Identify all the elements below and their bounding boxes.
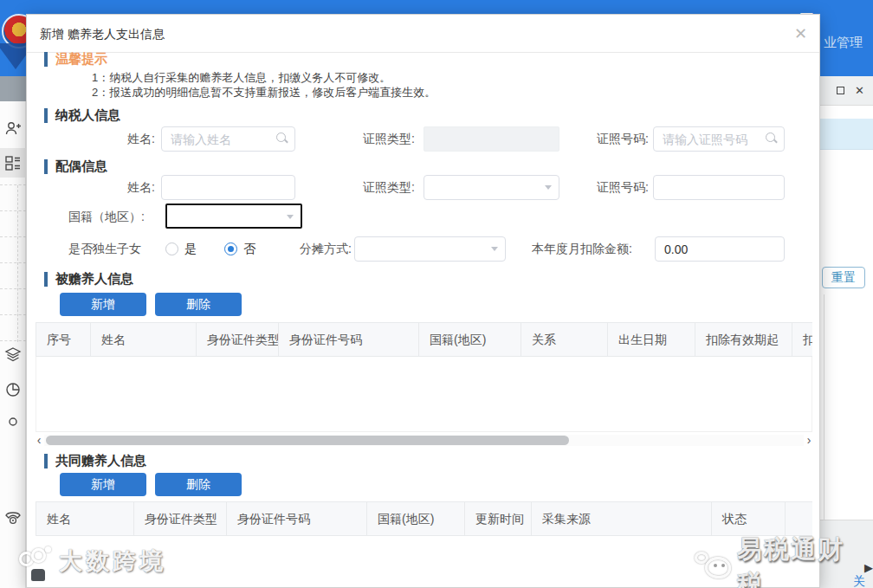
screen: — ✕ [0,0,873,588]
col-name[interactable]: 姓名 [91,323,197,356]
spouse-cert-no-label: 证照号码: [546,175,649,200]
person-add-icon[interactable] [0,120,26,138]
chevron-down-icon [491,247,498,251]
dependents-table: 序号 姓名 身份证件类型 身份证件号码 国籍(地区) 关系 出生日期 扣除有效期… [36,322,812,432]
col-relation[interactable]: 关系 [521,323,608,356]
panel-divider [824,294,824,520]
section-taxpayer: 纳税人信息 [44,107,120,124]
taxpayer-name-input[interactable] [161,126,295,152]
scroll-right-icon[interactable]: › [804,434,814,447]
menu-management-label[interactable]: 业管理 [824,35,863,51]
dependents-table-body [36,357,812,432]
col-deduct-end[interactable]: 扣除有效期止 [792,323,812,356]
inner-maximize-icon[interactable] [837,87,844,94]
col-id-number[interactable]: 身份证件号码 [227,502,367,535]
share-method-label: 分摊方式: [300,236,360,262]
left-sidebar [0,0,26,588]
section-bar [44,272,48,287]
radio-yes-label[interactable]: 是 [184,242,197,255]
col-id-type[interactable]: 身份证件类型 [197,323,279,356]
right-panel: 业管理 ✕ 重置 关于 [820,0,873,588]
col-status[interactable]: 状态 [712,502,786,535]
inner-window-controls: ✕ [820,76,873,106]
section-spouse: 配偶信息 [44,158,107,175]
background-highlight-row [820,119,873,150]
sidebar-logo-area [0,0,26,76]
chevron-down-icon [287,215,294,219]
dialog-header: 新增 赡养老人支出信息 ✕ [27,15,819,53]
co-supporters-header: 共同赡养人信息 [55,453,146,469]
dialog-add-elderly-support: 新增 赡养老人支出信息 ✕ 温馨提示 1：纳税人自行采集的赡养老人信息，扣缴义务… [26,14,820,588]
co-supporters-delete-button[interactable]: 删除 [155,473,242,496]
right-bottom-bar: 关于 [820,520,873,588]
scroll-left-icon[interactable]: ‹ [34,434,44,447]
nationality-select[interactable] [165,204,302,229]
co-supporters-add-button[interactable]: 新增 [60,473,146,496]
nationality-label: 国籍（地区）: [68,204,164,229]
about-link[interactable]: 关于 [853,574,873,588]
section-tips: 温馨提示 [44,51,107,68]
spouse-name-input[interactable] [161,175,295,200]
spouse-cert-type-label: 证照类型: [313,175,415,200]
sidebar-body [0,101,26,588]
spouse-header: 配偶信息 [55,158,107,175]
pie-chart-icon[interactable] [0,381,26,398]
dot-icon[interactable] [0,416,26,428]
col-id-type[interactable]: 身份证件类型 [134,502,227,535]
sidebar-gray-strip [0,76,26,101]
scrollbar-track[interactable] [44,435,804,446]
section-bar [44,159,48,174]
col-birthdate[interactable]: 出生日期 [608,323,695,356]
dependents-header: 被赡养人信息 [55,271,133,288]
menu-grid-icon[interactable] [0,154,26,171]
search-icon[interactable] [276,132,288,145]
monthly-deduction-input[interactable] [655,236,785,262]
dialog-title: 新增 赡养老人支出信息 [40,27,165,42]
dialog-close-icon[interactable]: ✕ [794,24,807,43]
radio-no-label[interactable]: 否 [243,242,255,255]
search-icon[interactable] [766,132,778,145]
co-supporters-table: 姓名 身份证件类型 身份证件号码 国籍(地区) 更新时间 采集来源 状态 [36,501,812,536]
share-method-select[interactable] [354,236,506,262]
dependents-delete-button[interactable]: 删除 [155,293,242,316]
col-source[interactable]: 采集来源 [532,502,712,535]
section-dependents: 被赡养人信息 [44,271,133,288]
section-bar [44,52,48,67]
tips-header: 温馨提示 [55,51,107,68]
section-bar [44,454,48,468]
spouse-cert-type-select[interactable] [424,175,559,200]
col-deduct-start[interactable]: 扣除有效期起 [695,323,792,356]
col-seq[interactable]: 序号 [36,323,91,356]
calendar-grid [0,184,26,342]
col-update-time[interactable]: 更新时间 [465,502,532,535]
co-supporters-table-header: 姓名 身份证件类型 身份证件号码 国籍(地区) 更新时间 采集来源 状态 [36,501,812,536]
taxpayer-cert-no-label: 证照号码: [546,126,649,152]
taxpayer-cert-type-label: 证照类型: [313,126,415,152]
section-co-supporters: 共同赡养人信息 [44,453,146,469]
dependents-table-header: 序号 姓名 身份证件类型 身份证件号码 国籍(地区) 关系 出生日期 扣除有效期… [36,322,812,357]
tip-line-1: 1：纳税人自行采集的赡养老人信息，扣缴义务人不可修改。 [92,70,391,86]
col-nationality[interactable]: 国籍(地区) [367,502,465,535]
dependents-add-button[interactable]: 新增 [60,293,146,316]
reset-button[interactable]: 重置 [822,267,865,288]
col-name[interactable]: 姓名 [36,502,134,535]
scrollbar-thumb[interactable] [46,436,569,445]
taxpayer-cert-type-field [424,126,559,152]
inner-close-icon[interactable]: ✕ [855,84,864,97]
taxpayer-name-label: 姓名: [51,126,155,152]
emblem-ribbon [0,43,26,69]
col-nationality[interactable]: 国籍(地区) [419,323,521,356]
layers-icon[interactable] [0,346,26,364]
horizontal-scrollbar[interactable]: ‹ › [34,434,814,447]
section-bar [44,108,48,123]
radio-no[interactable] [224,242,237,255]
col-filler [786,502,812,535]
radio-yes[interactable] [165,242,178,255]
tip-line-2: 2：报送成功的明细信息暂不支持重新报送，修改后客户端直接生效。 [92,85,436,100]
taxpayer-header: 纳税人信息 [55,107,120,124]
phone-icon[interactable] [0,507,26,527]
col-id-number[interactable]: 身份证件号码 [279,323,419,356]
spouse-cert-no-input[interactable] [653,175,785,200]
monthly-deduction-label: 本年度月扣除金额: [532,236,653,262]
right-panel-blue: 业管理 [820,0,873,76]
